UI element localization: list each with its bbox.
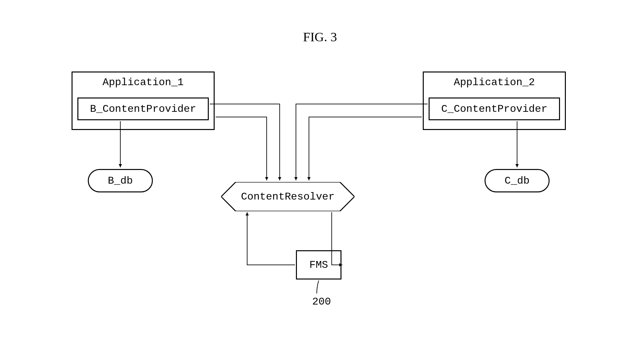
diagram-stage: FIG. 3 Application_1 B_ContentProvider B… [0, 0, 640, 364]
connectors-icon [0, 0, 640, 364]
